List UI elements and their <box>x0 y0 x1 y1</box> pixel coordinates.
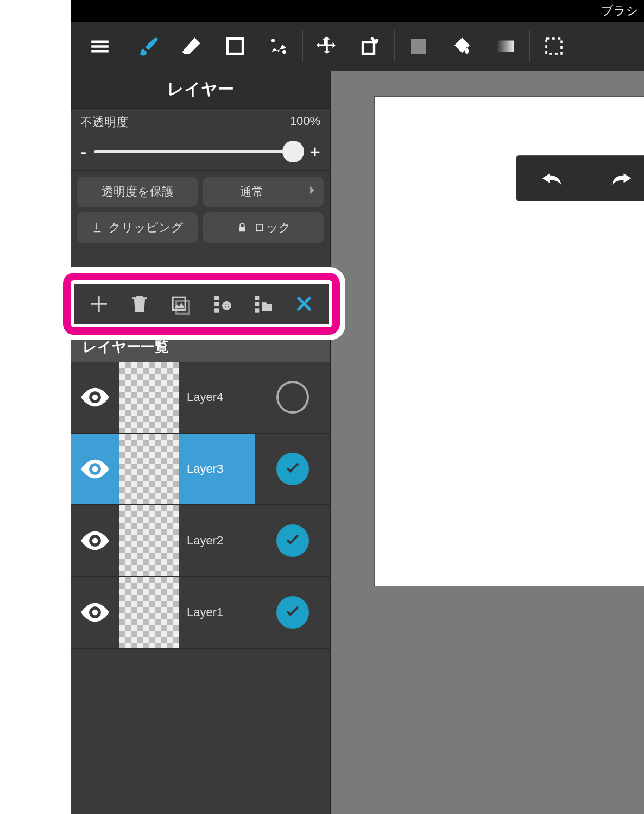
protect-alpha-label: 透明度を保護 <box>102 184 174 200</box>
plus-icon <box>88 293 110 315</box>
layer-name[interactable]: Layer4 <box>179 362 255 433</box>
chevron-right-icon <box>306 184 324 199</box>
svg-rect-5 <box>497 41 514 52</box>
merge-down-icon <box>211 293 233 315</box>
opacity-slider[interactable] <box>94 150 302 153</box>
transform-icon <box>359 35 382 58</box>
blend-mode-button[interactable]: 通常 <box>203 177 324 207</box>
layer-thumbnail[interactable] <box>119 362 179 433</box>
svg-point-8 <box>92 466 97 472</box>
svg-rect-6 <box>546 39 561 54</box>
color-swatch-icon <box>407 35 430 58</box>
mode-row: 透明度を保護 通常 <box>71 171 330 212</box>
layer-name[interactable]: Layer3 <box>179 434 255 504</box>
layer-check-cell <box>255 505 330 576</box>
toolbar-separator <box>302 30 303 62</box>
layer-name[interactable]: Layer1 <box>179 577 255 648</box>
undo-redo-bar <box>516 155 644 201</box>
merge-folder-button[interactable] <box>247 288 279 320</box>
eraser-icon <box>180 35 203 58</box>
transform-tool[interactable] <box>349 22 392 71</box>
layer-row[interactable]: Layer1 <box>71 577 330 649</box>
image-layer-button[interactable] <box>165 288 197 320</box>
check-icon <box>283 460 302 478</box>
eye-icon <box>81 459 109 479</box>
clip-lock-row: クリッピング ロック <box>71 212 330 248</box>
check-icon <box>283 603 302 622</box>
select-icon <box>542 35 565 58</box>
lock-button[interactable]: ロック <box>203 212 324 243</box>
redo-button[interactable] <box>586 170 644 186</box>
protect-alpha-button[interactable]: 透明度を保護 <box>77 177 198 207</box>
lock-icon <box>236 222 248 234</box>
select-tool[interactable] <box>532 22 576 71</box>
redo-icon <box>610 170 633 186</box>
blend-mode-label: 通常 <box>240 184 264 200</box>
svg-point-1 <box>271 39 275 42</box>
layer-check-toggle[interactable] <box>276 381 309 414</box>
layer-check-toggle[interactable] <box>276 596 309 629</box>
titlebar-text: ブラシ <box>601 3 639 19</box>
layer-visibility-toggle[interactable] <box>71 505 119 576</box>
opacity-slider-row: - + <box>71 133 330 171</box>
panel-title: レイヤー <box>71 71 330 109</box>
app-titlebar: ブラシ <box>71 0 644 22</box>
undo-button[interactable] <box>516 170 586 186</box>
opacity-plus[interactable]: + <box>310 141 320 162</box>
layer-row[interactable]: Layer3 <box>71 434 330 505</box>
toolbar-separator <box>529 30 530 62</box>
svg-point-7 <box>92 395 97 400</box>
clipping-label: クリッピング <box>109 220 184 236</box>
smudge-icon <box>267 35 290 58</box>
svg-rect-14 <box>214 302 219 306</box>
foreground-color[interactable] <box>397 22 440 71</box>
svg-rect-19 <box>255 308 259 312</box>
move-tool[interactable] <box>305 22 349 71</box>
brush-icon <box>137 35 160 58</box>
trash-icon <box>129 293 150 315</box>
close-action-button[interactable] <box>288 288 320 320</box>
layer-check-cell <box>255 434 330 504</box>
layer-visibility-toggle[interactable] <box>71 577 119 648</box>
layer-row[interactable]: Layer4 <box>71 362 330 434</box>
toolbar-separator <box>394 30 395 62</box>
svg-rect-17 <box>255 296 259 300</box>
opacity-minus[interactable]: - <box>80 141 86 162</box>
clipping-button[interactable]: クリッピング <box>77 212 198 243</box>
layer-check-toggle[interactable] <box>276 524 309 557</box>
slider-thumb[interactable] <box>282 141 304 162</box>
layer-row[interactable]: Layer2 <box>71 505 330 577</box>
opacity-label: 不透明度 <box>80 114 128 130</box>
shape-tool[interactable] <box>213 22 257 71</box>
layer-visibility-toggle[interactable] <box>71 362 119 433</box>
gradient-tool[interactable] <box>484 22 527 71</box>
layer-thumbnail[interactable] <box>119 577 179 648</box>
svg-point-9 <box>92 538 97 543</box>
layer-list: Layer4 Layer3 Layer2 La <box>71 362 330 649</box>
delete-layer-button[interactable] <box>124 288 155 320</box>
smudge-tool[interactable] <box>257 22 300 71</box>
add-layer-button[interactable] <box>83 288 115 320</box>
svg-rect-0 <box>228 39 243 54</box>
merge-down-button[interactable] <box>206 288 238 320</box>
eraser-tool[interactable] <box>170 22 213 71</box>
toolbar-separator <box>124 30 124 62</box>
bucket-tool[interactable] <box>440 22 484 71</box>
opacity-value: 100% <box>290 114 320 130</box>
layer-check-cell <box>255 362 330 433</box>
layer-thumbnail[interactable] <box>119 505 179 576</box>
layer-check-toggle[interactable] <box>276 453 309 485</box>
layer-check-cell <box>255 577 330 648</box>
eye-icon <box>81 602 109 623</box>
menu-button[interactable] <box>78 22 122 71</box>
brush-tool[interactable] <box>127 22 170 71</box>
clipping-icon <box>91 222 103 234</box>
layer-visibility-toggle[interactable] <box>71 434 119 504</box>
layer-name[interactable]: Layer2 <box>179 505 255 576</box>
svg-rect-3 <box>363 42 374 54</box>
svg-point-10 <box>92 610 97 615</box>
main-toolbar <box>71 22 644 71</box>
layer-thumbnail[interactable] <box>119 434 179 504</box>
bucket-icon <box>451 35 473 58</box>
svg-point-2 <box>282 50 286 54</box>
